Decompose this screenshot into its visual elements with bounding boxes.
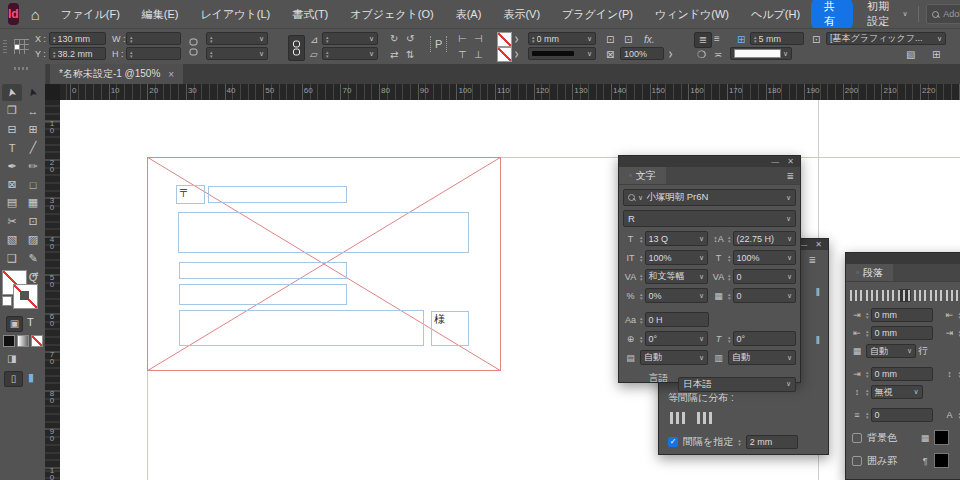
tool-gap-tool[interactable]: ↔	[23, 102, 43, 119]
menu-table[interactable]: 表(A)	[445, 0, 493, 28]
tab-close-icon[interactable]: ×	[168, 69, 174, 80]
paragraph-align-button-6[interactable]	[930, 289, 943, 302]
horizontal-scale-stepper[interactable]	[728, 254, 731, 262]
spacing-field[interactable]: 2 mm	[746, 435, 798, 449]
corner-options-icon[interactable]: ⊡	[606, 34, 614, 46]
wh-chain-icon[interactable]	[188, 38, 199, 60]
swatch-dropdown[interactable]: ∨	[730, 47, 792, 60]
tool-note-tool[interactable]: ❑	[2, 250, 22, 267]
gyodori-field[interactable]: 0	[871, 408, 933, 422]
address-frame-1[interactable]	[178, 212, 469, 253]
leading-field[interactable]: (22.75 H)∨	[733, 231, 796, 246]
constrain-proportions-icon[interactable]	[288, 35, 305, 61]
tool-page-tool[interactable]: ❐	[2, 102, 22, 119]
rotation-stepper[interactable]	[326, 35, 329, 43]
minimize-icon[interactable]: —	[771, 158, 779, 166]
menu-object[interactable]: オブジェクト(O)	[339, 0, 444, 28]
corner-radius-field[interactable]: 5 mm	[750, 32, 804, 45]
tool-gradient-tool[interactable]: ▧	[2, 231, 22, 248]
indesign-logo[interactable]: Id	[8, 3, 19, 25]
paragraph-align-button-7[interactable]	[946, 289, 959, 302]
leading-stepper[interactable]	[728, 235, 731, 243]
menu-layout[interactable]: レイアウト(L)	[189, 0, 281, 28]
paragraph-align-button-3[interactable]	[882, 289, 895, 302]
opacity-field[interactable]: 100%	[620, 47, 664, 60]
reference-point-proxy[interactable]	[14, 39, 29, 54]
menu-file[interactable]: ファイル(F)	[50, 0, 131, 28]
distribute-vertical-space-icon[interactable]	[670, 412, 685, 424]
scale-y-stepper[interactable]	[210, 50, 213, 58]
tracking-stepper[interactable]	[728, 273, 731, 281]
align-panel-menu-icon[interactable]: ≣	[808, 255, 816, 265]
rotate-ccw-icon[interactable]: ↺	[406, 33, 414, 45]
stroke-weight-stepper[interactable]	[532, 35, 535, 43]
stroke-weight-field[interactable]: 0 mm∨	[528, 32, 596, 45]
tool-direct-selection-tool[interactable]: ➤	[23, 84, 43, 101]
stroke-swatch-none[interactable]	[13, 284, 38, 309]
toolbar-drag-dots[interactable]	[14, 67, 28, 70]
tab-character[interactable]: 文字	[619, 167, 666, 184]
border-checkbox[interactable]	[852, 456, 862, 466]
new-style-icon[interactable]: ⊞	[932, 49, 940, 61]
align-right-icon[interactable]: ⊣	[474, 33, 483, 45]
border-color-swatch[interactable]	[934, 453, 949, 468]
normal-screen-mode-icon[interactable]: ▯	[4, 371, 23, 387]
rotate-cw-icon[interactable]: ↻	[390, 33, 398, 45]
left-indent-field[interactable]: 0 mm	[871, 308, 933, 322]
tool-line-tool[interactable]: ╱	[23, 139, 43, 156]
corner-shape-icon[interactable]: ⊡	[624, 34, 632, 46]
tab-paragraph[interactable]: 段落	[846, 264, 893, 281]
scale-x-field[interactable]: ∨	[206, 32, 268, 45]
w-stepper[interactable]	[130, 35, 133, 43]
right-indent2-stepper[interactable]	[866, 329, 869, 337]
baseline-shift-stepper[interactable]	[640, 316, 643, 324]
character-rotation-stepper[interactable]	[640, 335, 643, 343]
scale-y-field[interactable]: ∨	[206, 47, 268, 60]
align-strip-icon-1[interactable]: ‖	[816, 287, 820, 298]
y-field[interactable]: 38.2 mm	[49, 47, 106, 60]
font-size-stepper[interactable]	[640, 235, 643, 243]
tool-content-placer-tool[interactable]: ⊞	[23, 121, 43, 138]
align-left-icon[interactable]: ⊢	[458, 33, 467, 45]
shear-stepper[interactable]	[326, 50, 329, 58]
menu-plugins[interactable]: プラグイン(P)	[551, 0, 644, 28]
horizontal-scale-field[interactable]: 100%∨	[733, 250, 796, 265]
right-indent-field[interactable]: 0 mm	[871, 326, 933, 340]
skew-field[interactable]: 0°	[733, 331, 796, 346]
distribute-horizontal-space-icon[interactable]	[697, 412, 712, 424]
spacing-stepper[interactable]	[738, 438, 741, 446]
grid-jidori-stepper[interactable]	[728, 292, 731, 300]
align-nearest-stepper[interactable]	[866, 388, 869, 396]
tool-rectangle-tool[interactable]: □	[23, 176, 43, 193]
paragraph-align-button-1[interactable]	[850, 289, 863, 302]
apply-gradient-swatch[interactable]	[17, 335, 29, 347]
flip-horizontal-icon[interactable]: ⇄	[390, 49, 398, 61]
stroke-flyout-arrow[interactable]: ❯	[514, 35, 519, 42]
tool-eyedropper-tool[interactable]: ✎	[23, 250, 43, 267]
menu-type[interactable]: 書式(T)	[281, 0, 339, 28]
menu-view[interactable]: 表示(V)	[492, 0, 551, 28]
background-color-checkbox[interactable]	[852, 433, 862, 443]
tool-frame-tool[interactable]: ⊠	[2, 176, 22, 193]
preview-screen-mode-icon[interactable]: ▮	[28, 371, 34, 384]
paragraph-align-button-2[interactable]	[866, 289, 879, 302]
grid-jidori-field[interactable]: 0∨	[733, 288, 796, 303]
kerning-field[interactable]: 和文等幅∨	[645, 269, 708, 284]
first-line-indent-field[interactable]: 0 mm	[871, 367, 933, 381]
align-top-icon[interactable]: ⊤	[458, 49, 467, 61]
formatting-affects-container-icon[interactable]: ▣	[6, 316, 23, 332]
fill-color-swatch[interactable]	[497, 47, 512, 62]
background-color-swatch[interactable]	[934, 430, 949, 445]
menu-edit[interactable]: 編集(E)	[131, 0, 190, 28]
object-style-dropdown[interactable]: [基本グラフィックフ...∨	[826, 32, 946, 45]
horizontal-ruler[interactable]: 0102030405060708090100110120130140150160…	[60, 84, 960, 101]
grid-alignment-dropdown[interactable]: 自動∨	[866, 344, 916, 358]
close-icon[interactable]: ✕	[815, 241, 822, 249]
stroke-style-dropdown[interactable]: ∨	[528, 47, 596, 60]
apply-color-swatch[interactable]	[3, 335, 15, 347]
h-stepper[interactable]	[130, 50, 133, 58]
tool-selection-tool[interactable]: ➤	[2, 84, 22, 101]
stroke-color-swatch[interactable]	[497, 32, 512, 47]
address-frame-2[interactable]	[179, 262, 347, 279]
align-bottom-icon[interactable]: ⊥	[474, 49, 483, 61]
